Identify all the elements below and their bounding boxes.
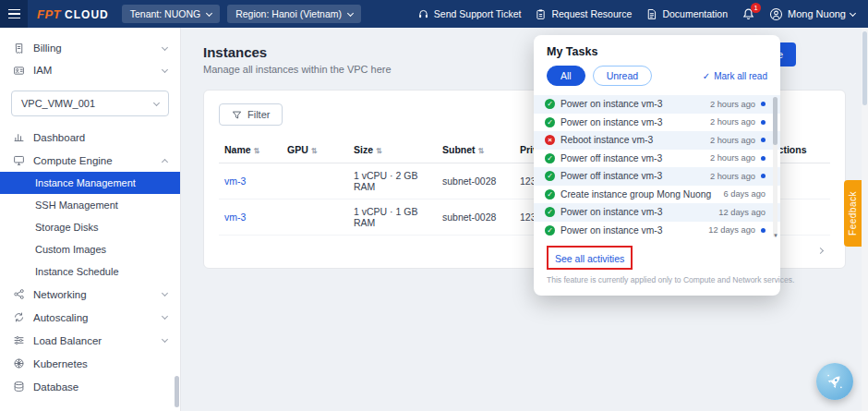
sidebar-label-billing: Billing <box>33 42 62 54</box>
cell-subnet: subnet-0028 <box>437 199 514 236</box>
assistant-fab-button[interactable] <box>816 363 853 400</box>
user-menu[interactable]: Mong Nuong <box>769 7 855 21</box>
scrollbar-thumb[interactable] <box>773 97 778 145</box>
topbar-right: Send Support Ticket Request Resource Doc… <box>417 7 868 21</box>
column-header-name[interactable]: Name⇅ <box>219 137 282 163</box>
task-item[interactable]: Reboot instance vm-3 2 hours ago <box>534 131 780 150</box>
sidebar-item-load-balancer[interactable]: Load Balancer <box>0 329 180 352</box>
tenant-selector[interactable]: Tenant: NUONG <box>122 5 220 23</box>
unread-dot <box>761 174 766 178</box>
unread-dot <box>761 156 766 161</box>
task-text: Power on instance vm-3 <box>561 207 713 217</box>
page-scrollbar[interactable] <box>862 28 868 411</box>
sidebar-item-instance-schedule[interactable]: Instance Schedule <box>0 260 180 283</box>
sidebar-label-iam: IAM <box>33 65 52 76</box>
sidebar-item-autoscaling[interactable]: Autoscaling <box>0 306 180 329</box>
sidebar-item-iam[interactable]: IAM <box>0 59 180 81</box>
task-time: 2 hours ago <box>710 117 755 127</box>
documentation-label: Documentation <box>662 8 728 19</box>
instance-link[interactable]: vm-3 <box>224 175 246 187</box>
user-name: Mong Nuong <box>788 8 846 19</box>
send-support-ticket-link[interactable]: Send Support Ticket <box>417 8 522 20</box>
task-item[interactable]: Power off instance vm-3 2 hours ago <box>534 167 780 186</box>
sort-icon[interactable]: ⇅ <box>254 147 260 155</box>
sidebar-item-instance-management[interactable]: Instance Management <box>0 172 180 194</box>
mark-all-read-label: Mark all read <box>714 71 767 81</box>
brand-fpt: FPT <box>37 7 61 21</box>
rocket-icon <box>825 371 845 392</box>
sidebar-label-load-balancer: Load Balancer <box>33 335 102 346</box>
cell-gpu <box>282 199 348 236</box>
instance-link[interactable]: vm-3 <box>224 212 246 223</box>
task-text: Reboot instance vm-3 <box>561 135 705 145</box>
see-all-activities-link[interactable]: See all activities <box>555 253 624 264</box>
tasks-tabs: All Unread Mark all read <box>534 66 780 95</box>
unread-dot <box>761 120 766 125</box>
region-selector[interactable]: Region: Hanoi (Vietnam) <box>227 5 361 23</box>
sub-label: Custom Images <box>35 244 106 255</box>
filter-button[interactable]: Filter <box>219 103 283 126</box>
vpc-selector[interactable]: VPC_VMW_001 <box>11 91 169 116</box>
sidebar-item-dashboard[interactable]: Dashboard <box>0 126 180 149</box>
task-time: 12 days ago <box>708 225 755 235</box>
request-resource-link[interactable]: Request Resource <box>535 8 632 20</box>
scroll-down-arrow[interactable]: ▼ <box>773 233 778 238</box>
column-header-gpu[interactable]: GPU⇅ <box>282 137 348 163</box>
sidebar-item-kubernetes[interactable]: Kubernetes <box>0 352 180 375</box>
sidebar-item-ssh-management[interactable]: SSH Management <box>0 194 180 216</box>
sort-icon[interactable]: ⇅ <box>311 147 318 155</box>
tasks-panel-title: My Tasks <box>534 35 780 66</box>
chevron-down-icon <box>162 66 168 72</box>
mark-all-read-link[interactable]: Mark all read <box>703 71 767 81</box>
sidebar-item-storage-disks[interactable]: Storage Disks <box>0 216 180 238</box>
sort-icon[interactable]: ⇅ <box>376 147 382 155</box>
scrollbar-thumb[interactable] <box>862 31 867 105</box>
vpc-selected-value: VPC_VMW_001 <box>21 98 95 109</box>
documentation-link[interactable]: Documentation <box>645 8 728 20</box>
tasks-scrollbar[interactable]: ▼ <box>773 97 778 237</box>
task-text: Power on instance vm-3 <box>561 117 705 127</box>
task-item[interactable]: Power off instance vm-3 2 hours ago <box>534 150 780 168</box>
chevron-down-icon <box>162 313 168 320</box>
sidebar-label-autoscaling: Autoscaling <box>33 312 88 323</box>
tab-all[interactable]: All <box>547 66 585 86</box>
tenant-label: Tenant: NUONG <box>130 8 200 19</box>
unread-dot <box>761 138 766 142</box>
dashboard-icon <box>13 131 25 143</box>
tab-unread[interactable]: Unread <box>593 66 652 86</box>
region-label: Region: Hanoi (Vietnam) <box>235 8 342 19</box>
iam-icon <box>13 65 25 77</box>
cell-subnet: subnet-0028 <box>437 163 514 199</box>
column-header-size[interactable]: Size⇅ <box>348 137 437 163</box>
sidebar-item-billing[interactable]: Billing <box>0 37 180 59</box>
sidebar-label-compute-engine: Compute Engine <box>33 155 113 166</box>
success-icon <box>545 207 555 217</box>
task-item[interactable]: Create instance group Mong Nuong 6 days … <box>534 186 780 204</box>
cell-name: vm-3 <box>219 163 282 199</box>
sidebar-item-compute-engine[interactable]: Compute Engine <box>0 149 180 172</box>
task-item[interactable]: Power on instance vm-3 2 hours ago <box>534 95 780 114</box>
topbar: FPT CLOUD Tenant: NUONG Region: Hanoi (V… <box>0 0 868 28</box>
task-time: 2 hours ago <box>710 153 755 163</box>
hamburger-menu-icon[interactable] <box>0 0 28 28</box>
sidebar-item-custom-images[interactable]: Custom Images <box>0 238 180 260</box>
sub-label: SSH Management <box>35 199 118 211</box>
sort-icon[interactable]: ⇅ <box>478 147 485 155</box>
sidebar-scrollbar[interactable] <box>175 376 179 407</box>
task-item[interactable]: Power on instance vm-3 2 hours ago <box>534 114 780 132</box>
unread-dot <box>761 228 766 233</box>
success-icon <box>545 189 555 199</box>
chevron-down-icon <box>347 9 354 16</box>
task-item[interactable]: Power on instance vm-3 12 days ago <box>534 203 780 222</box>
next-page-button[interactable] <box>812 242 828 259</box>
sidebar-item-database[interactable]: Database <box>0 375 180 398</box>
kubernetes-icon <box>13 357 25 369</box>
task-item[interactable]: Power on instance vm-3 12 days ago <box>534 222 780 240</box>
send-support-ticket-label: Send Support Ticket <box>434 8 522 19</box>
sidebar-label-dashboard: Dashboard <box>33 132 85 143</box>
column-header-subnet[interactable]: Subnet⇅ <box>437 137 514 163</box>
billing-icon <box>13 42 25 54</box>
sidebar-item-networking[interactable]: Networking <box>0 283 180 306</box>
notifications-button[interactable]: 1 <box>741 7 755 21</box>
feedback-tab[interactable]: Feedback <box>844 180 862 247</box>
